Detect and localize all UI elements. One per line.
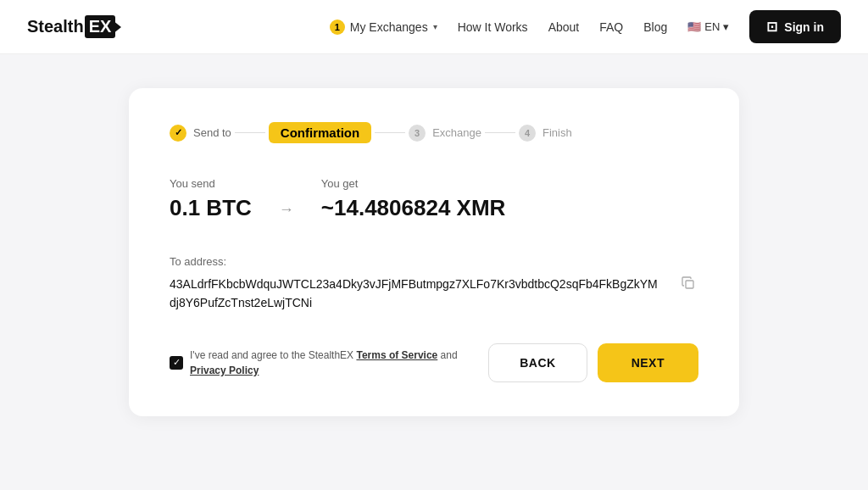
address-value: 43ALdrfFKbcbWdquJWTCL23a4Dky3vJFjMFButmp… <box>170 275 661 313</box>
logo[interactable]: StealthEX <box>27 15 121 38</box>
logo-stealth-text: Stealth <box>27 17 84 36</box>
send-amount: 0.1 BTC <box>170 195 252 221</box>
my-exchanges-button[interactable]: 1 My Exchanges ▾ <box>330 19 437 35</box>
exchange-arrow-icon: → <box>279 201 294 219</box>
address-label: To address: <box>170 255 698 268</box>
terms-checkbox[interactable]: ✓ <box>170 356 183 370</box>
signin-label: Sign in <box>784 20 824 34</box>
next-button[interactable]: NEXT <box>598 343 698 382</box>
step3-circle: 3 <box>409 125 426 142</box>
signin-button[interactable]: ⊡ Sign in <box>749 10 841 43</box>
my-exchanges-caret-icon: ▾ <box>433 22 437 31</box>
copy-icon <box>682 276 695 290</box>
logo-arrow-icon <box>113 20 121 34</box>
main-nav: 1 My Exchanges ▾ How It Works About FAQ … <box>330 10 841 43</box>
step1-label: Send to <box>193 126 231 139</box>
step4-label: Finish <box>542 126 572 139</box>
blog-link[interactable]: Blog <box>643 20 667 34</box>
exchange-card: ✓ Send to Confirmation 3 Exchange 4 Fini… <box>129 88 739 416</box>
how-it-works-link[interactable]: How It Works <box>458 20 528 34</box>
about-link[interactable]: About <box>548 20 580 34</box>
terms-prefix: I've read and agree to the StealthEX <box>190 349 353 361</box>
main-content: ✓ Send to Confirmation 3 Exchange 4 Fini… <box>0 54 868 450</box>
flag-icon: 🇺🇸 <box>687 20 701 33</box>
step-exchange: 3 Exchange <box>409 125 481 142</box>
logo-ex-text: EX <box>85 15 116 38</box>
steps-indicator: ✓ Send to Confirmation 3 Exchange 4 Fini… <box>170 122 698 143</box>
get-info: You get ~14.4806824 XMR <box>321 177 506 221</box>
footer-actions: ✓ I've read and agree to the StealthEX T… <box>170 343 698 382</box>
step-confirmation: Confirmation <box>269 122 371 143</box>
language-label: EN <box>704 20 720 33</box>
my-exchanges-badge: 1 <box>330 19 345 35</box>
back-button[interactable]: BACK <box>488 343 587 382</box>
terms-of-service-link[interactable]: Terms of Service <box>356 349 437 361</box>
step-connector-2 <box>375 132 405 133</box>
step-finish: 4 Finish <box>519 125 572 142</box>
address-section: To address: 43ALdrfFKbcbWdquJWTCL23a4Dky… <box>170 255 698 313</box>
terms-text: I've read and agree to the StealthEX Ter… <box>190 348 488 378</box>
step4-circle: 4 <box>519 125 536 142</box>
step1-circle: ✓ <box>170 125 186 142</box>
step-send-to: ✓ Send to <box>170 125 231 142</box>
get-label: You get <box>321 177 506 190</box>
copy-address-button[interactable] <box>678 276 698 293</box>
terms-and: and <box>441 349 458 361</box>
step-connector-3 <box>485 132 515 133</box>
language-selector[interactable]: 🇺🇸 EN ▾ <box>687 20 729 33</box>
my-exchanges-label: My Exchanges <box>350 20 428 34</box>
action-buttons: BACK NEXT <box>488 343 698 382</box>
send-label: You send <box>170 177 252 190</box>
step3-label: Exchange <box>432 126 481 139</box>
step-connector-1 <box>235 132 265 133</box>
svg-rect-0 <box>686 281 693 288</box>
lang-caret-icon: ▾ <box>723 20 729 33</box>
send-info: You send 0.1 BTC <box>170 177 252 221</box>
exchange-summary: You send 0.1 BTC → You get ~14.4806824 X… <box>170 177 698 221</box>
get-amount: ~14.4806824 XMR <box>321 195 506 221</box>
address-row: 43ALdrfFKbcbWdquJWTCL23a4Dky3vJFjMFButmp… <box>170 275 698 313</box>
faq-link[interactable]: FAQ <box>599 20 623 34</box>
signin-icon: ⊡ <box>766 19 777 35</box>
privacy-policy-link[interactable]: Privacy Policy <box>190 365 259 376</box>
terms-row: ✓ I've read and agree to the StealthEX T… <box>170 348 488 378</box>
step2-label: Confirmation <box>269 122 371 143</box>
